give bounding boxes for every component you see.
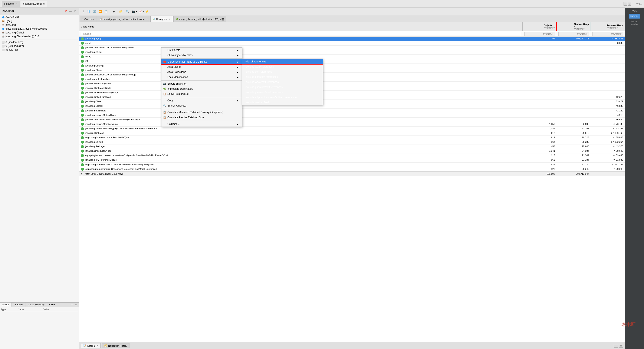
- menu-show-retained-set[interactable]: 📋 Show Retained Set: [162, 91, 242, 97]
- calc-precise-label: Calculate Precise Retained Size: [168, 116, 204, 119]
- lightning-btn[interactable]: ⚡: [144, 9, 150, 14]
- table-row[interactable]: java.lang.Byte[] 94 305,077,376 >= 881,4…: [79, 37, 625, 41]
- inspector-item-java-lang-object[interactable]: ☕ java.lang.Object: [1, 31, 78, 35]
- menu-calc-precise[interactable]: 📋 Calculate Precise Retained Size: [162, 115, 242, 120]
- table-row[interactable]: java.lang.Package 458 25,648 >= 43,376: [79, 144, 625, 149]
- tab-statics[interactable]: Statics: [0, 302, 12, 307]
- retained-filter-cell[interactable]: [591, 31, 625, 37]
- table-row[interactable]: java.util.LinkedList$Node 1,041 24,984 >…: [79, 149, 625, 153]
- provide-btn[interactable]: Provide...: [629, 14, 640, 19]
- inspector-item-java-lang[interactable]: ☕ java.lang: [1, 23, 78, 27]
- tab-class-hierarchy[interactable]: Class Hierarchy: [26, 302, 47, 307]
- bottom-maximize-btn[interactable]: □: [619, 344, 623, 347]
- menu-list-objects[interactable]: List objects ▶: [162, 48, 242, 53]
- heapdump-title-tab[interactable]: heapdump.hprof ✕: [21, 1, 47, 7]
- tab-merge-shortest[interactable]: 🌿 merge_shortest_paths [selection of 'By…: [173, 16, 226, 22]
- submenu-exclude-phantom-soft[interactable]: exclude phantom/soft references: [242, 85, 323, 90]
- table-row[interactable]: org.springframework.context.annotation.C…: [79, 153, 625, 158]
- search-btn[interactable]: 🔍: [125, 9, 130, 14]
- run-btn[interactable]: ▶: [112, 9, 116, 14]
- submenu-exclude-all-phantom[interactable]: exclude all phantom/weak/soft etc. refer…: [242, 95, 323, 100]
- maximize-panel-icon[interactable]: □: [73, 9, 77, 13]
- inspector-tab-close[interactable]: ✕: [16, 3, 18, 5]
- back-btn[interactable]: ⏪: [98, 9, 103, 14]
- menu-immediate-dominators[interactable]: 🌿 Immediate Dominators: [162, 86, 242, 91]
- inspector-item-address[interactable]: 🔷 0xe0e8cdf0: [1, 15, 78, 19]
- maximize-btn[interactable]: □: [628, 2, 631, 6]
- camera-btn[interactable]: 📷: [131, 9, 136, 14]
- tab-attributes[interactable]: Attributes: [12, 302, 26, 307]
- chart2-arrow[interactable]: ▾: [143, 11, 144, 12]
- menu-calc-min[interactable]: 📋 Calculate Minimum Retained Size (quick…: [162, 110, 242, 115]
- calc-precise-icon: 📋: [163, 116, 166, 119]
- table-row[interactable]: org.springframework.util.ConcurrentRefer…: [79, 163, 625, 167]
- menu-merge-shortest-paths[interactable]: 🔴 Merge Shortest Paths to GC Roots ▶ wit…: [162, 59, 242, 64]
- table-row[interactable]: char[] 80,032: [79, 41, 625, 46]
- notes-bottom-tab[interactable]: 📝 Notes 5 ✕: [81, 343, 100, 348]
- total-label-cell: ∑ Total: 30 of 6,419 entries; 6,389 more: [79, 172, 522, 176]
- chart-btn[interactable]: 📊: [86, 9, 91, 14]
- menu-java-basics[interactable]: Java Basics ▶: [162, 64, 242, 70]
- shallow-heap-col-header[interactable]: Shallow Heap ▼ <Numeric>: [557, 22, 591, 31]
- menu-java-collections[interactable]: Java Collections ▶: [162, 70, 242, 75]
- table-row[interactable]: java.lang.ref.ReferenceQueue 662 21,184 …: [79, 158, 625, 162]
- submenu-with-all-references[interactable]: with all references: [242, 59, 323, 64]
- table-row[interactable]: org.springframework.core.ResolvableType …: [79, 136, 625, 140]
- regex-cell[interactable]: [79, 31, 522, 37]
- submenu-exclude-weak[interactable]: exclude weak references: [242, 64, 323, 69]
- menu-export-snapshot[interactable]: 📷 Export Snapshot: [162, 81, 242, 86]
- inspector-item-class-java[interactable]: 🔷 class java.lang.Class @ 0xe0c04c58: [1, 27, 78, 31]
- shallow-filter-cell[interactable]: [557, 31, 591, 37]
- menu-columns[interactable]: Columns... ▶: [162, 121, 242, 127]
- chart2-btn[interactable]: 📈: [138, 9, 143, 14]
- table-row[interactable]: org.springframework.util.ConcurrentRefer…: [79, 167, 625, 172]
- table-row[interactable]: java.lang.invoke.MethodType$ConcurrentWe…: [79, 127, 625, 131]
- clipboard-btn[interactable]: 📋: [104, 9, 108, 14]
- submenu-exclude-phantom-weak[interactable]: exclude phantom/weak references: [242, 90, 323, 95]
- notes-tab-close[interactable]: ✕: [96, 345, 98, 347]
- histogram-tab-close[interactable]: ✕: [169, 18, 170, 20]
- minimize-panel-icon[interactable]: —: [68, 9, 72, 13]
- submenu-exclude-weak-soft[interactable]: exclude weak/soft references: [242, 80, 323, 85]
- retained-cell: [591, 46, 625, 50]
- objects-filter-input[interactable]: [524, 32, 555, 36]
- menu-copy[interactable]: Copy ▶: [162, 98, 242, 103]
- retained-filter-input[interactable]: [592, 32, 623, 36]
- menu-show-objects-by-class[interactable]: Show objects by class ▶: [162, 53, 242, 58]
- menu-search-queries[interactable]: 🔍 Search Queries...: [162, 103, 242, 108]
- info-btn[interactable]: ℹ: [80, 9, 86, 14]
- submenu-exclude-soft[interactable]: exclude soft references: [242, 69, 323, 74]
- table-row[interactable]: java.util.HashMap 617 29,616 >= 896,768: [79, 131, 625, 136]
- retained-heap-col-header[interactable]: Retained Heap <Numeric>: [591, 22, 625, 31]
- class-name-col-header[interactable]: Class Name: [79, 22, 522, 31]
- tab-value[interactable]: Value: [47, 302, 57, 307]
- inspector-title-tab[interactable]: Inspector ✕: [2, 1, 20, 7]
- tab-overview[interactable]: ℹ Overview: [80, 16, 96, 22]
- run-arrow[interactable]: ▾: [117, 11, 118, 12]
- folder-btn[interactable]: 📁: [118, 9, 123, 14]
- heapdump-tab-close[interactable]: ✕: [43, 3, 45, 5]
- nav-history-bottom-tab[interactable]: 🧭 Navigation History: [102, 343, 130, 348]
- refresh-btn[interactable]: 🔄: [92, 9, 97, 14]
- objects-col-header[interactable]: Objects <Numeric>: [522, 22, 557, 31]
- bottom-minimize-icon[interactable]: —: [70, 303, 74, 307]
- camera-arrow[interactable]: ▾: [136, 11, 137, 12]
- objects-filter-cell[interactable]: [522, 31, 557, 37]
- bottom-maximize-icon[interactable]: □: [74, 303, 78, 307]
- class-filter-input[interactable]: [81, 32, 521, 36]
- retained-cell: [591, 68, 625, 73]
- inspector-item-classloader[interactable]: ☕ java.lang.ClassLoader @ 0x0: [1, 35, 78, 38]
- pin-icon[interactable]: 📌: [64, 9, 68, 13]
- menu-leak-identification[interactable]: Leak Identification ▶: [162, 75, 242, 80]
- bottom-minimize-btn[interactable]: —: [614, 344, 618, 347]
- shallow-filter-input[interactable]: [558, 32, 589, 36]
- minimize-btn[interactable]: —: [624, 2, 627, 6]
- submenu-exclude-phantom[interactable]: exclude phantom references: [242, 74, 323, 80]
- submenu-exclude-custom[interactable]: exclude custom field...: [242, 100, 323, 105]
- inspector-item-byte[interactable]: 📦 Byte[]: [1, 19, 78, 23]
- tab-default-report[interactable]: 📋 default_report org.eclipse.mat.api:sus…: [97, 16, 150, 22]
- objects-cell: [522, 95, 557, 99]
- table-row[interactable]: java.lang.String[] 564 28,280 >= 102,264: [79, 140, 625, 144]
- tab-histogram[interactable]: 📊 Histogram ✕: [150, 16, 173, 22]
- folder-arrow[interactable]: ▾: [124, 11, 124, 12]
